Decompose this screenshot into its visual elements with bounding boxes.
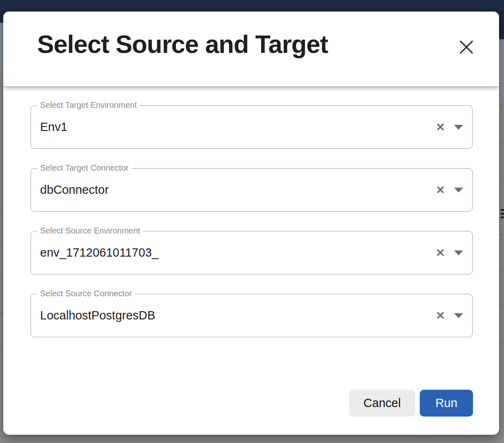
clear-icon[interactable]: ✕ bbox=[433, 182, 448, 198]
close-icon bbox=[459, 39, 474, 55]
target-connector-select[interactable]: Select Target Connector dbConnector ✕ bbox=[31, 168, 473, 212]
table-row-divider bbox=[498, 306, 504, 307]
target-environment-select[interactable]: Select Target Environment Env1 ✕ bbox=[31, 105, 473, 149]
table-row-divider bbox=[498, 142, 504, 143]
field-value: Env1 bbox=[40, 106, 67, 148]
dropdown-caret-icon[interactable] bbox=[454, 313, 463, 318]
table-row-divider bbox=[498, 270, 504, 271]
dropdown-caret-icon[interactable] bbox=[454, 188, 463, 193]
table-row-divider bbox=[498, 178, 504, 179]
clear-icon[interactable]: ✕ bbox=[433, 308, 448, 324]
field-value: LocalhostPostgresDB bbox=[40, 294, 155, 337]
clear-icon[interactable]: ✕ bbox=[433, 119, 448, 135]
select-source-target-dialog: Select Source and Target Select Target E… bbox=[3, 12, 499, 435]
dialog-title: Select Source and Target bbox=[37, 30, 328, 59]
dropdown-caret-icon[interactable] bbox=[454, 125, 463, 130]
source-connector-select[interactable]: Select Source Connector LocalhostPostgre… bbox=[31, 294, 473, 337]
dialog-header: Select Source and Target bbox=[3, 12, 499, 87]
run-button[interactable]: Run bbox=[420, 390, 473, 417]
hamburger-icon bbox=[501, 209, 504, 221]
source-environment-select[interactable]: Select Source Environment env_1712061011… bbox=[31, 231, 473, 274]
table-row-divider bbox=[498, 234, 504, 235]
field-value: dbConnector bbox=[40, 169, 109, 211]
table-row-divider bbox=[498, 342, 504, 343]
table-row-divider bbox=[498, 106, 504, 107]
close-button[interactable] bbox=[456, 37, 476, 57]
background-right-strip bbox=[498, 39, 504, 103]
field-value: env_1712061011703_ bbox=[40, 231, 159, 274]
cancel-button[interactable]: Cancel bbox=[349, 390, 415, 417]
background-right-table bbox=[498, 103, 504, 443]
clear-icon[interactable]: ✕ bbox=[433, 245, 448, 261]
dropdown-caret-icon[interactable] bbox=[454, 250, 463, 255]
